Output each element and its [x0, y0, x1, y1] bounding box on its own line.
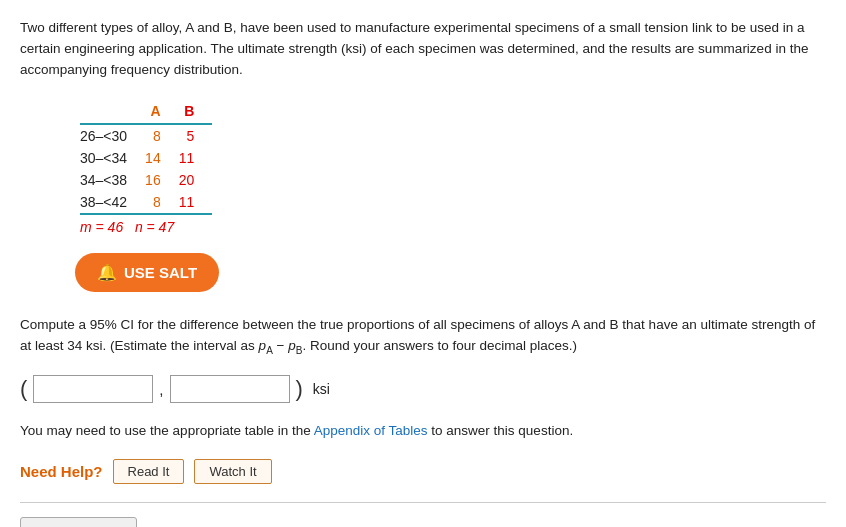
- table-range-cell: 34–<38: [80, 169, 145, 191]
- col-a-header: A: [145, 99, 179, 124]
- range-header: [80, 99, 145, 124]
- intro-paragraph: Two different types of alloy, A and B, h…: [20, 18, 826, 81]
- unit-label: ksi: [313, 381, 330, 397]
- table-range-cell: 26–<30: [80, 124, 145, 147]
- interval-row: ( , ) ksi: [20, 375, 826, 403]
- submit-answer-button[interactable]: Submit Answer: [20, 517, 137, 527]
- appendix-text-before: You may need to use the appropriate tabl…: [20, 423, 314, 438]
- table-a-cell: 8: [145, 191, 179, 214]
- table-a-cell: 14: [145, 147, 179, 169]
- appendix-link[interactable]: Appendix of Tables: [314, 423, 428, 438]
- salt-button-label: USE SALT: [124, 264, 197, 281]
- open-paren: (: [20, 378, 27, 400]
- read-it-button[interactable]: Read It: [113, 459, 185, 484]
- need-help-row: Need Help? Read It Watch It: [20, 459, 826, 484]
- col-b-header: B: [179, 99, 213, 124]
- use-salt-button[interactable]: 🔔 USE SALT: [75, 253, 219, 292]
- table-footer: m = 46 n = 47: [80, 214, 212, 235]
- divider: [20, 502, 826, 503]
- appendix-note: You may need to use the appropriate tabl…: [20, 421, 826, 441]
- table-b-cell: 11: [179, 147, 213, 169]
- table-b-cell: 5: [179, 124, 213, 147]
- frequency-table: A B 26–<308530–<34141134–<38162038–<4281…: [80, 99, 826, 235]
- salt-icon: 🔔: [97, 263, 117, 282]
- table-range-cell: 30–<34: [80, 147, 145, 169]
- interval-input-upper[interactable]: [170, 375, 290, 403]
- table-range-cell: 38–<42: [80, 191, 145, 214]
- table-b-cell: 11: [179, 191, 213, 214]
- close-paren: ): [296, 378, 303, 400]
- interval-input-lower[interactable]: [33, 375, 153, 403]
- ci-question: Compute a 95% CI for the difference betw…: [20, 314, 826, 359]
- table-a-cell: 8: [145, 124, 179, 147]
- table-b-cell: 20: [179, 169, 213, 191]
- appendix-text-after: to answer this question.: [428, 423, 574, 438]
- comma: ,: [159, 381, 163, 398]
- table-a-cell: 16: [145, 169, 179, 191]
- need-help-label: Need Help?: [20, 463, 103, 480]
- watch-it-button[interactable]: Watch It: [194, 459, 271, 484]
